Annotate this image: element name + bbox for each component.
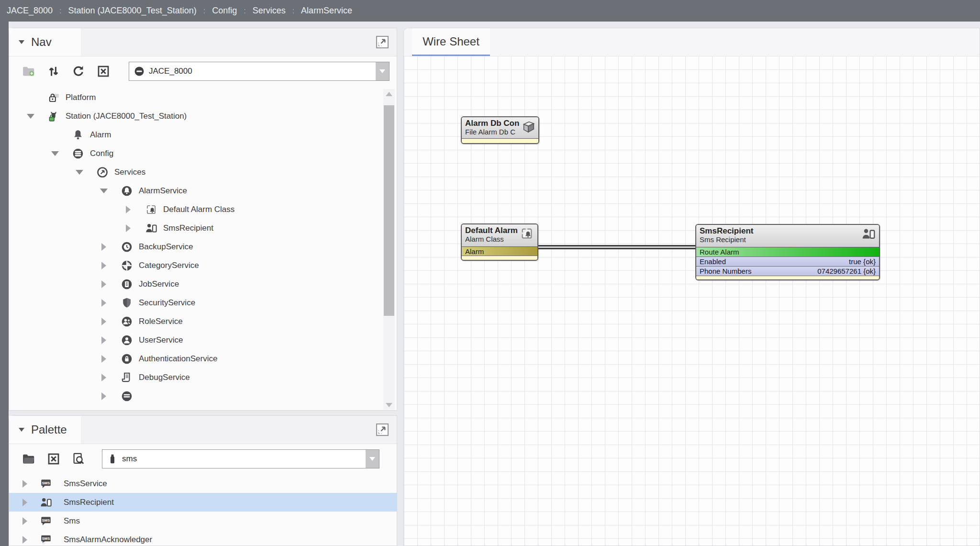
scrollbar-thumb[interactable]: [384, 105, 394, 316]
tree-item-default-alarm-class[interactable]: Default Alarm Class: [9, 200, 381, 219]
tree-item-label: Services: [114, 167, 145, 177]
wire-alarm-to-routealarm[interactable]: [538, 245, 696, 249]
palette-item-sms[interactable]: SMS Sms: [9, 512, 397, 530]
collapse-triangle-icon: [19, 40, 24, 44]
nav-scrollbar[interactable]: [383, 89, 395, 410]
block-subtitle: Sms Recipient: [700, 235, 860, 244]
clear-box-icon[interactable]: [46, 452, 61, 466]
expander-collapsed-icon[interactable]: [99, 335, 109, 345]
slot-enabled[interactable]: Enabled true {ok}: [696, 257, 879, 267]
palette-title: Palette: [31, 423, 67, 436]
block-default-alarm-class[interactable]: Default Alarm C Alarm Class Alarm: [461, 223, 538, 261]
wiresheet-header: Wire Sheet: [404, 28, 980, 56]
breadcrumb-item-station[interactable]: Station (JACE8000_Test_Station): [68, 6, 197, 16]
tree-item-partial[interactable]: [9, 387, 381, 405]
search-page-icon[interactable]: [71, 452, 86, 466]
expander-collapsed-icon[interactable]: [20, 516, 30, 526]
block-alarm-db-config[interactable]: Alarm Db Config File Alarm Db C: [461, 116, 539, 144]
expander-expanded-icon[interactable]: [74, 167, 85, 178]
nav-tab[interactable]: Nav: [9, 28, 81, 56]
open-folder-icon[interactable]: [22, 452, 36, 466]
expander-expanded-icon[interactable]: [99, 186, 109, 196]
nav-scope-select[interactable]: JACE_8000: [129, 62, 390, 81]
module-icon: [107, 453, 118, 465]
expander-expanded-icon[interactable]: [50, 148, 60, 159]
station-icon: [47, 110, 60, 123]
recipient-icon: [40, 496, 52, 509]
tree-item-station[interactable]: Station (JACE8000_Test_Station): [9, 107, 381, 125]
block-header[interactable]: Alarm Db Config File Alarm Db C: [462, 117, 538, 139]
tree-item-alarm[interactable]: Alarm: [9, 125, 381, 144]
slot-alarm[interactable]: Alarm: [462, 247, 537, 256]
breadcrumb-item-alarmservice[interactable]: AlarmService: [301, 6, 352, 16]
palette-item-label: Sms: [64, 516, 80, 526]
tree-item-jobservice[interactable]: JobService: [9, 275, 381, 293]
slot-phone-numbers[interactable]: Phone Numbers 07429657261 {ok}: [696, 267, 879, 276]
block-sms-recipient[interactable]: SmsRecipient Sms Recipient Route Alarm E…: [695, 224, 880, 280]
expander-collapsed-icon[interactable]: [99, 260, 109, 271]
tree-item-roleservice[interactable]: RoleService: [9, 312, 381, 331]
palette-tab[interactable]: Palette: [9, 416, 81, 444]
tree-item-label: Default Alarm Class: [163, 205, 234, 214]
tree-item-services[interactable]: Services: [9, 163, 381, 181]
palette-item-smsrecipient[interactable]: SmsRecipient: [9, 493, 397, 512]
palette-module-value: sms: [122, 454, 137, 464]
tree-item-config[interactable]: Config: [9, 144, 381, 163]
tree-item-debugservice[interactable]: DebugService: [9, 368, 381, 387]
tree-item-alarmservice[interactable]: AlarmService: [9, 181, 381, 200]
breadcrumb-item-jace[interactable]: JACE_8000: [7, 6, 53, 16]
bell-icon: [72, 129, 84, 141]
palette-item-smsalarmacknowledger[interactable]: SMS SmsAlarmAcknowledger: [9, 530, 397, 546]
breadcrumb-item-services[interactable]: Services: [253, 6, 286, 16]
wiresheet-pane: Wire Sheet Alarm Db Config File Alarm Db…: [403, 28, 980, 546]
expander-collapsed-icon[interactable]: [20, 497, 30, 508]
block-title: Default Alarm C: [465, 226, 518, 235]
slot-route-alarm[interactable]: Route Alarm: [696, 247, 879, 257]
expander-collapsed-icon[interactable]: [20, 535, 30, 545]
no-entry-icon: [134, 66, 145, 77]
refresh-icon[interactable]: [71, 64, 86, 78]
expander-collapsed-icon[interactable]: [99, 298, 109, 308]
expander-expanded-icon[interactable]: [25, 111, 36, 122]
dropdown-arrow-icon[interactable]: [366, 450, 379, 468]
expander-collapsed-icon[interactable]: [99, 354, 109, 364]
scroll-up-icon[interactable]: [383, 89, 395, 99]
expander-collapsed-icon[interactable]: [20, 479, 30, 489]
palette-item-smsservice[interactable]: SMS SmsService: [9, 474, 397, 493]
tree-item-userservice[interactable]: UserService: [9, 331, 381, 349]
sort-icon[interactable]: [46, 64, 61, 78]
palette-module-select[interactable]: sms: [102, 449, 379, 468]
expander-collapsed-icon[interactable]: [99, 279, 109, 290]
tree-item-label: RoleService: [139, 317, 183, 326]
expander-collapsed-icon[interactable]: [99, 372, 109, 383]
expander-collapsed-icon[interactable]: [123, 204, 134, 215]
category-service-icon: [121, 259, 133, 272]
expander-collapsed-icon[interactable]: [99, 316, 109, 327]
breadcrumb-item-config[interactable]: Config: [212, 6, 237, 16]
alarm-class-icon: [520, 226, 535, 242]
block-header[interactable]: SmsRecipient Sms Recipient: [696, 225, 879, 247]
wiresheet-tab[interactable]: Wire Sheet: [412, 28, 490, 55]
expander-collapsed-icon[interactable]: [99, 242, 109, 252]
popout-icon[interactable]: [375, 422, 390, 437]
scroll-down-icon[interactable]: [383, 400, 395, 410]
new-folder-icon[interactable]: [22, 64, 36, 78]
breadcrumb: JACE_8000 : Station (JACE8000_Test_Stati…: [0, 0, 980, 22]
clear-box-icon[interactable]: [96, 64, 111, 78]
security-service-icon: [121, 297, 133, 309]
dropdown-arrow-icon[interactable]: [376, 62, 389, 80]
alarm-service-icon: [121, 185, 133, 197]
service-icon: [121, 390, 133, 402]
tree-item-securityservice[interactable]: SecurityService: [9, 293, 381, 312]
tree-item-categoryservice[interactable]: CategoryService: [9, 256, 381, 275]
expander-collapsed-icon[interactable]: [123, 223, 134, 234]
tree-item-authenticationservice[interactable]: AuthenticationService: [9, 349, 381, 368]
popout-icon[interactable]: [375, 34, 390, 50]
expander-collapsed-icon[interactable]: [99, 391, 109, 401]
tree-item-backupservice[interactable]: BackupService: [9, 237, 381, 256]
tree-item-smsrecipient[interactable]: SmsRecipient: [9, 219, 381, 237]
block-header[interactable]: Default Alarm C Alarm Class: [462, 224, 537, 247]
tree-item-platform[interactable]: Platform: [9, 88, 381, 107]
window-edge: [0, 22, 9, 546]
workbench-window: JACE_8000 : Station (JACE8000_Test_Stati…: [0, 0, 980, 546]
